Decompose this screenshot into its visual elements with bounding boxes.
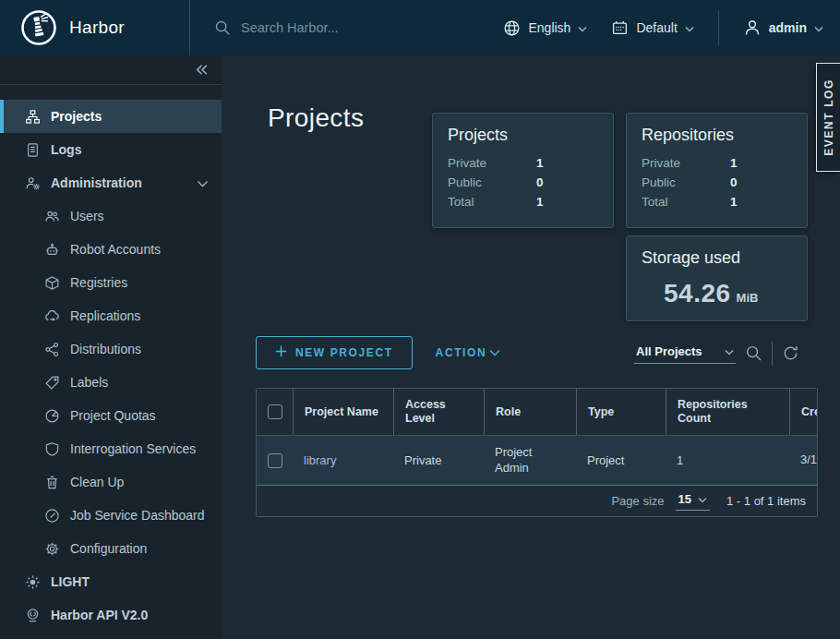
harbor-app: Harbor English xyxy=(0,0,840,639)
sidebar-item-label: Robot Accounts xyxy=(70,242,161,257)
chevron-down-icon xyxy=(814,20,823,35)
ui-theme-dropdown[interactable]: Default xyxy=(611,19,693,37)
action-label: ACTION xyxy=(436,346,487,359)
trash-icon xyxy=(44,475,60,490)
stat-value: 1 xyxy=(730,156,792,170)
stat-value: 1 xyxy=(536,156,598,170)
replication-cloud-icon xyxy=(44,308,60,324)
main-content: Projects Projects Private1 Public0 Total… xyxy=(222,55,840,639)
chevron-down-icon xyxy=(578,20,587,35)
sidebar-item-project-quotas[interactable]: Project Quotas xyxy=(0,399,222,432)
column-header-project-name[interactable]: Project Name xyxy=(293,389,393,435)
chevron-down-icon xyxy=(685,20,694,35)
sidebar-item-logs[interactable]: Logs xyxy=(0,133,222,166)
shield-icon xyxy=(44,441,60,457)
username-label: admin xyxy=(769,20,807,35)
user-menu[interactable]: admin xyxy=(743,18,823,37)
stat-value: 1 xyxy=(536,195,598,209)
harbor-lighthouse-logo-icon xyxy=(20,9,57,46)
stat-label: Private xyxy=(642,156,730,170)
language-dropdown[interactable]: English xyxy=(503,19,587,37)
logs-icon xyxy=(25,142,41,158)
sidebar-item-projects[interactable]: Projects xyxy=(0,100,222,133)
storage-unit: MiB xyxy=(737,291,759,305)
sidebar-item-distributions[interactable]: Distributions xyxy=(0,332,222,366)
row-checkbox[interactable] xyxy=(268,453,282,468)
sidebar-item-labels[interactable]: Labels xyxy=(0,366,222,399)
gear-icon xyxy=(44,541,60,557)
column-header-type[interactable]: Type xyxy=(576,389,666,435)
globe-icon xyxy=(503,19,521,37)
storage-used-card: Storage used 54.26MiB xyxy=(626,235,808,321)
project-scope-value: All Projects xyxy=(636,344,702,358)
header-divider xyxy=(718,10,719,45)
projects-icon xyxy=(25,109,41,125)
header-actions: English Default xyxy=(503,10,840,45)
new-project-button[interactable]: NEW PROJECT xyxy=(256,336,413,369)
column-header-creation-time[interactable]: Creation Time xyxy=(789,389,818,435)
stat-label: Public xyxy=(642,175,730,189)
column-header-repositories-count[interactable]: Repositories Count xyxy=(666,389,789,435)
refresh-icon[interactable] xyxy=(782,344,799,362)
action-dropdown[interactable]: ACTION xyxy=(436,346,501,359)
sidebar-item-label: LIGHT xyxy=(51,574,90,589)
sidebar-item-configuration[interactable]: Configuration xyxy=(0,532,222,565)
sidebar-item-theme-toggle[interactable]: LIGHT xyxy=(0,565,222,598)
page-size-value: 15 xyxy=(678,492,691,506)
sidebar-item-label: Logs xyxy=(51,142,81,157)
sidebar-item-clean-up[interactable]: Clean Up xyxy=(0,465,222,499)
sidebar-item-label: Distributions xyxy=(70,342,141,356)
global-search xyxy=(190,19,503,36)
page-size-label: Page size xyxy=(611,494,664,508)
event-log-tab[interactable]: EVENT LOG xyxy=(816,63,840,172)
sidebar-item-label: Administration xyxy=(51,175,142,190)
card-title: Storage used xyxy=(642,248,792,268)
column-header-access-level[interactable]: Access Level xyxy=(393,389,484,435)
sidebar-item-label: Harbor API V2.0 xyxy=(51,608,148,622)
stat-label: Total xyxy=(642,195,730,209)
sidebar-item-harbor-api[interactable]: Harbor API V2.0 xyxy=(0,598,222,632)
search-icon xyxy=(214,19,231,36)
sidebar-item-replications[interactable]: Replications xyxy=(0,299,222,332)
sidebar-item-administration[interactable]: Administration xyxy=(0,166,222,199)
select-all-checkbox[interactable] xyxy=(268,404,282,419)
projects-summary-card: Projects Private1 Public0 Total1 xyxy=(432,113,614,228)
sidebar-item-label: Configuration xyxy=(70,541,147,556)
page-size-select[interactable]: 15 xyxy=(676,492,710,511)
dashboard-gauge-icon xyxy=(44,508,60,524)
ui-theme-label: Default xyxy=(636,20,677,35)
event-log-label: EVENT LOG xyxy=(822,78,835,156)
filter-search-icon[interactable] xyxy=(745,344,762,362)
card-title: Repositories xyxy=(642,126,792,145)
search-input[interactable] xyxy=(239,19,461,36)
stat-label: Public xyxy=(448,175,536,189)
project-link[interactable]: library xyxy=(304,453,336,467)
sun-icon xyxy=(25,574,41,590)
page-title: Projects xyxy=(268,103,364,133)
cell-repositories-count: 1 xyxy=(666,446,789,475)
stat-label: Private xyxy=(448,156,536,170)
sidebar: Projects Logs xyxy=(0,55,222,639)
sidebar-item-robot-accounts[interactable]: Robot Accounts xyxy=(0,233,222,266)
sidebar-item-users[interactable]: Users xyxy=(0,199,222,233)
users-icon xyxy=(44,209,60,224)
projects-table: Project Name Access Level Role Type Repo… xyxy=(256,388,818,517)
brand-name: Harbor xyxy=(69,18,125,38)
sidebar-item-job-service-dashboard[interactable]: Job Service Dashboard xyxy=(0,499,222,532)
project-scope-select[interactable]: All Projects xyxy=(634,343,736,364)
cell-creation-time: 3/1 PM xyxy=(800,452,818,467)
sidebar-nav: Projects Logs xyxy=(0,100,222,632)
sidebar-item-interrogation-services[interactable]: Interrogation Services xyxy=(0,432,222,465)
table-footer: Page size 15 1 - 1 of 1 items xyxy=(257,486,817,516)
sidebar-item-label: Replications xyxy=(70,308,140,323)
column-header-role[interactable]: Role xyxy=(484,389,576,435)
sidebar-item-label: Project Quotas xyxy=(70,408,156,423)
sidebar-collapse-button[interactable] xyxy=(0,55,222,85)
stat-label: Total xyxy=(448,195,536,209)
table-row: library Private Project Admin Project 1 … xyxy=(257,435,817,486)
sidebar-item-registries[interactable]: Registries xyxy=(0,266,222,299)
tag-icon xyxy=(44,375,60,391)
chevron-down-icon xyxy=(725,344,734,358)
summary-cards: Projects Private1 Public0 Total1 Reposit… xyxy=(432,113,808,321)
chevron-down-icon xyxy=(698,492,707,506)
